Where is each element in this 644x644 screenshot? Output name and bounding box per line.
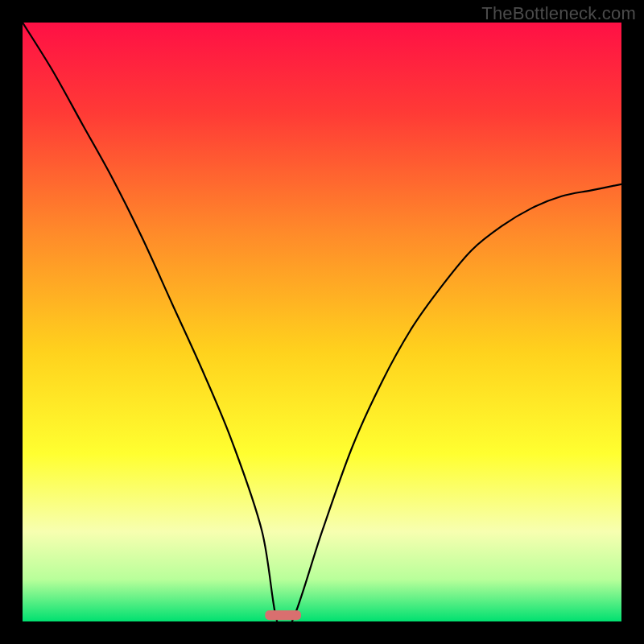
optimal-zone-marker (265, 610, 301, 620)
plot-area (23, 23, 621, 621)
chart-svg (23, 23, 621, 621)
chart-frame: TheBottleneck.com (0, 0, 644, 644)
watermark-text: TheBottleneck.com (481, 3, 636, 24)
